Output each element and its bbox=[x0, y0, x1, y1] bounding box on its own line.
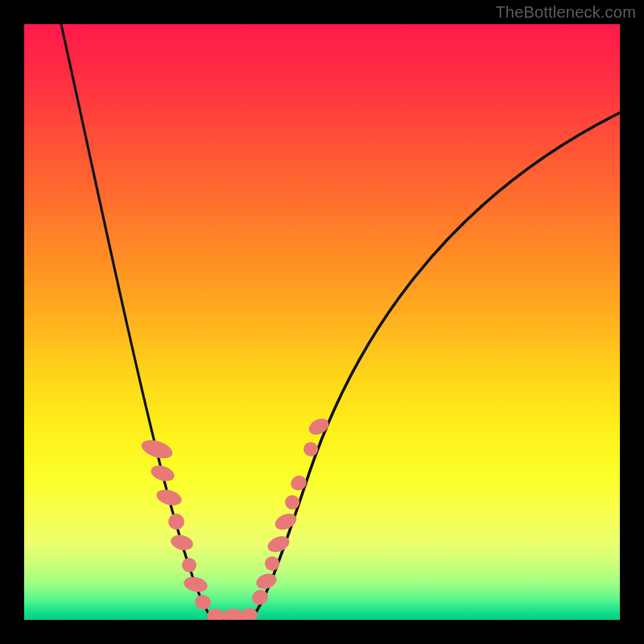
data-marker bbox=[149, 463, 176, 484]
left-curve bbox=[61, 24, 233, 619]
data-marker bbox=[155, 487, 184, 508]
data-marker bbox=[265, 556, 279, 571]
data-marker bbox=[306, 415, 331, 438]
curve-layer bbox=[24, 24, 620, 620]
data-marker bbox=[169, 533, 195, 552]
markers-bottom bbox=[207, 608, 258, 620]
data-marker bbox=[288, 473, 309, 493]
data-marker bbox=[285, 495, 299, 510]
data-marker bbox=[194, 593, 213, 610]
plot-area bbox=[24, 24, 620, 620]
data-marker bbox=[139, 436, 175, 461]
watermark-text: TheBottleneck.com bbox=[495, 3, 636, 22]
chart-stage: TheBottleneck.com bbox=[0, 0, 644, 644]
markers-left bbox=[139, 436, 213, 610]
data-marker bbox=[182, 575, 208, 594]
data-marker bbox=[242, 608, 258, 620]
right-curve bbox=[233, 113, 620, 619]
data-marker bbox=[168, 514, 184, 530]
data-marker bbox=[222, 609, 245, 620]
data-marker bbox=[303, 442, 318, 456]
data-marker bbox=[207, 609, 225, 620]
data-marker bbox=[182, 558, 196, 572]
